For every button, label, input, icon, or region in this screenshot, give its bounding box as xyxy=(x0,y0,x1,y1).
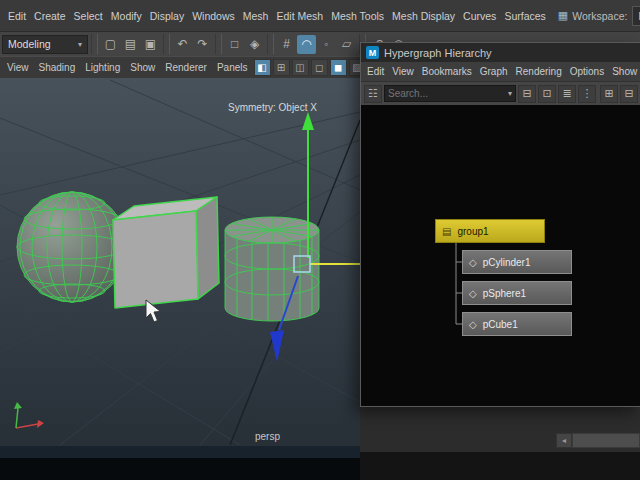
search-input[interactable] xyxy=(388,88,508,99)
freeform-layout-icon[interactable]: ⊞ xyxy=(600,85,618,103)
frame-branch-icon[interactable]: ⊟ xyxy=(518,85,536,103)
search-box[interactable]: ▾ xyxy=(384,85,516,102)
panel-shaded-icon[interactable]: ◼ xyxy=(330,59,347,76)
file-open-icon[interactable]: ▤ xyxy=(121,35,140,54)
panel-menu-view[interactable]: View xyxy=(2,62,34,73)
main-menubar: Edit Create Select Modify Display Window… xyxy=(0,0,640,32)
menu-select[interactable]: Select xyxy=(70,0,107,32)
menu-mesh-display[interactable]: Mesh Display xyxy=(388,0,459,32)
group-node-icon: ▤ xyxy=(442,226,451,237)
hg-menu-view[interactable]: View xyxy=(388,66,418,77)
transform-node-icon: ◇ xyxy=(469,257,477,268)
workspace-grid-icon[interactable]: ▦ xyxy=(558,9,568,22)
hypergraph-window: M Hypergraph Hierarchy Edit View Bookmar… xyxy=(360,42,640,407)
panel-menu-panels[interactable]: Panels xyxy=(212,62,253,73)
scrollbar-thumb[interactable] xyxy=(572,433,640,448)
select-component-icon[interactable]: ◈ xyxy=(245,35,264,54)
hg-menu-show[interactable]: Show xyxy=(608,66,640,77)
menu-windows[interactable]: Windows xyxy=(188,0,239,32)
hg-menu-bookmarks[interactable]: Bookmarks xyxy=(418,66,476,77)
menuset-dropdown[interactable]: Modeling ▾ xyxy=(2,35,88,54)
node-label: group1 xyxy=(457,226,488,237)
panel-select-icon[interactable]: ◧ xyxy=(254,59,271,76)
time-slider-strip[interactable] xyxy=(0,446,360,458)
menu-curves[interactable]: Curves xyxy=(459,0,500,32)
menu-edit[interactable]: Edit xyxy=(4,0,30,32)
node-group1[interactable]: ▤ group1 xyxy=(435,219,545,243)
snap-curve-icon[interactable]: ◠ xyxy=(297,35,316,54)
menu-edit-mesh[interactable]: Edit Mesh xyxy=(272,0,327,32)
panel-menu-show[interactable]: Show xyxy=(125,62,160,73)
undo-icon[interactable]: ↶ xyxy=(173,35,192,54)
statusline-separator[interactable] xyxy=(163,34,170,54)
workspace-dropdown[interactable]: Maya Cla ▾ xyxy=(632,6,640,26)
menu-mesh[interactable]: Mesh xyxy=(239,0,273,32)
right-panel-lower xyxy=(360,452,640,480)
panel-grid-icon[interactable]: ⊞ xyxy=(273,59,290,76)
maya-logo-icon: M xyxy=(366,46,379,59)
panel-menu-shading[interactable]: Shading xyxy=(34,62,81,73)
cube-object[interactable] xyxy=(113,197,219,308)
panel-film-gate-icon[interactable]: ◫ xyxy=(292,59,309,76)
statusline-separator[interactable] xyxy=(91,34,98,54)
panel-menu-renderer[interactable]: Renderer xyxy=(160,62,212,73)
snap-grid-icon[interactable]: # xyxy=(277,35,296,54)
node-label: pSphere1 xyxy=(483,288,526,299)
file-new-icon[interactable]: ▢ xyxy=(101,35,120,54)
node-psphere1[interactable]: ◇ pSphere1 xyxy=(462,281,572,305)
viewport-canvas[interactable]: Symmetry: Object X persp xyxy=(0,78,360,446)
symmetry-label: Symmetry: Object X xyxy=(228,102,317,113)
chevron-down-icon[interactable]: ▾ xyxy=(508,89,512,98)
hypergraph-canvas[interactable]: ▤ group1 ◇ pCylinder1 ◇ pSphere1 ◇ pCube… xyxy=(361,105,640,406)
snap-point-icon[interactable]: ◦ xyxy=(317,35,336,54)
window-title: Hypergraph Hierarchy xyxy=(384,47,492,59)
menu-create[interactable]: Create xyxy=(30,0,70,32)
panel-menu-lighting[interactable]: Lighting xyxy=(80,62,125,73)
hypergraph-menubar: Edit View Bookmarks Graph Rendering Opti… xyxy=(361,62,640,82)
menu-modify[interactable]: Modify xyxy=(107,0,146,32)
menuset-value: Modeling xyxy=(8,38,51,50)
viewport-persp[interactable]: Symmetry: Object X persp xyxy=(0,78,360,446)
select-object-icon[interactable]: □ xyxy=(225,35,244,54)
horizontal-scrollbar[interactable]: ◂ xyxy=(556,433,640,448)
scroll-left-button[interactable]: ◂ xyxy=(556,433,572,448)
hypergraph-titlebar[interactable]: M Hypergraph Hierarchy xyxy=(361,43,640,62)
menu-surfaces[interactable]: Surfaces xyxy=(500,0,549,32)
hg-menu-graph[interactable]: Graph xyxy=(476,66,512,77)
hg-menu-rendering[interactable]: Rendering xyxy=(512,66,566,77)
cylinder-object[interactable] xyxy=(225,217,319,321)
node-pcylinder1[interactable]: ◇ pCylinder1 xyxy=(462,250,572,274)
maya-main-window: Edit Create Select Modify Display Window… xyxy=(0,0,640,480)
bottom-bar xyxy=(0,458,360,480)
redo-icon[interactable]: ↷ xyxy=(193,35,212,54)
frame-all-icon[interactable]: ⊡ xyxy=(538,85,556,103)
graph-options-icon[interactable]: ⊟ xyxy=(620,85,638,103)
camera-label: persp xyxy=(255,431,280,442)
snap-plane-icon[interactable]: ▱ xyxy=(337,35,356,54)
layout-horizontal-icon[interactable]: ≣ xyxy=(558,85,576,103)
sphere-object[interactable] xyxy=(17,192,127,302)
node-label: pCube1 xyxy=(483,319,518,330)
statusline-separator[interactable] xyxy=(267,34,274,54)
scene-hierarchy-icon[interactable]: ☷ xyxy=(364,85,382,103)
transform-node-icon: ◇ xyxy=(469,319,477,330)
node-pcube1[interactable]: ◇ pCube1 xyxy=(462,312,572,336)
chevron-down-icon: ▾ xyxy=(78,40,82,49)
file-save-icon[interactable]: ▣ xyxy=(141,35,160,54)
node-label: pCylinder1 xyxy=(483,257,531,268)
hypergraph-toolbar: ☷ ▾ ⊟ ⊡ ≣ ⋮ ⊞ ⊟ xyxy=(361,82,640,105)
transform-node-icon: ◇ xyxy=(469,288,477,299)
menu-display[interactable]: Display xyxy=(146,0,188,32)
hg-menu-options[interactable]: Options xyxy=(566,66,608,77)
layout-vertical-icon[interactable]: ⋮ xyxy=(578,85,596,103)
workspace-label: Workspace: xyxy=(572,10,627,22)
panel-wireframe-icon[interactable]: ◻ xyxy=(311,59,328,76)
menu-mesh-tools[interactable]: Mesh Tools xyxy=(327,0,388,32)
hg-menu-edit[interactable]: Edit xyxy=(363,66,388,77)
statusline-separator[interactable] xyxy=(215,34,222,54)
